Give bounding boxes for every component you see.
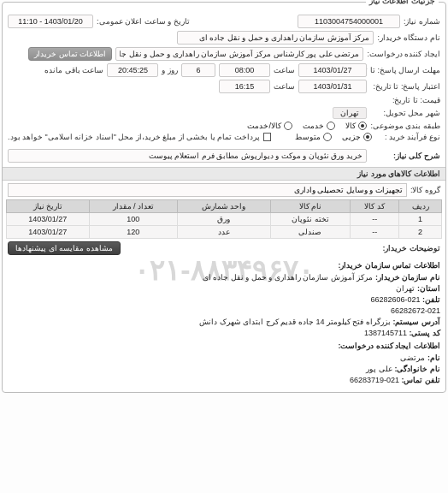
label-time-2: ساعت: [274, 82, 295, 91]
val-address: بزرگراه فتح کیلومتر 14 جاده قدیم کرج ابت…: [199, 318, 391, 326]
cell-date: 1403/01/27: [7, 226, 90, 239]
label-buy-type: نوع فرآیند خرید :: [375, 133, 440, 141]
field-deadline-time[interactable]: [219, 63, 270, 77]
radio-partial[interactable]: جزیی: [342, 133, 372, 141]
line-postal: کد پستی: 1387145711: [8, 328, 440, 339]
radio-goods[interactable]: کالا: [345, 122, 367, 130]
cell-code: --: [351, 226, 399, 239]
radio-medium-label: متوسط: [295, 133, 321, 141]
lbl-address: آدرس سیستم:: [393, 318, 441, 326]
row-city: شهر محل تحویل: تهران: [8, 107, 440, 119]
row-group: گروه کالا:: [3, 181, 445, 199]
field-general-desc[interactable]: [8, 149, 367, 163]
line-phone: تلفن: 021-66282606: [8, 294, 440, 306]
radio-partial-label: جزیی: [342, 133, 361, 141]
label-validity: اعتبار پاسخ: تا تاریخ:: [370, 82, 440, 91]
details-panel: جزئیات اطلاعات نیاز شماره نیاز: تاریخ و …: [2, 2, 446, 393]
cell-idx: 1: [399, 213, 442, 226]
contact-wrap: ۰۲۱-۸۸۳۴۹۶۷۰ اطلاعات تماس سازمان خریدار:…: [3, 258, 445, 392]
th-date: تاریخ نیاز: [7, 200, 90, 213]
line-province: استان: تهران: [8, 283, 440, 294]
row-price: قیمت: تا تاریخ:: [8, 96, 440, 104]
field-validity-time[interactable]: [219, 80, 270, 93]
lbl-req-name: نام:: [427, 353, 440, 362]
req-contact-header: اطلاعات ایجاد کننده درخواست:: [8, 341, 440, 352]
lbl-phone: تلفن:: [422, 295, 440, 304]
val-req-phone: 021-66283719: [350, 376, 399, 384]
label-general-desc: شرح کلی نیاز:: [370, 151, 440, 160]
label-buyer-org: نام دستگاه خریدار:: [377, 33, 440, 42]
val-province: تهران: [396, 284, 415, 293]
cell-name: صندلی: [270, 226, 351, 239]
val-postal: 1387145711: [364, 329, 407, 337]
lbl-req-family: نام خانوادگی:: [395, 365, 441, 373]
row-pack-type: طبقه بندی موضوعی: کالا خدمت کالا/خدمت: [8, 122, 440, 130]
val-req-family: علی پور: [366, 365, 392, 373]
items-table: ردیف کد کالا نام کالا واحد شمارش تعداد /…: [6, 199, 442, 239]
cell-date: 1403/01/27: [7, 213, 90, 226]
line-req-family: نام خانوادگی: علی پور: [8, 364, 440, 375]
line-org-name: نام سازمان خریدار: مرکز آموزش سازمان راه…: [8, 272, 440, 283]
radio-goods-service-label: کالا/خدمت: [247, 122, 281, 130]
field-days-remain[interactable]: [181, 63, 215, 77]
th-name: نام کالا: [270, 200, 351, 213]
cell-unit: ورق: [177, 213, 270, 226]
radio-on-icon: [358, 122, 367, 130]
row-buyer-desc: توضیحات خریدار: مشاهده مقایسه ای پیشنهاد…: [3, 239, 445, 258]
panel-title: جزئیات اطلاعات نیاز: [366, 0, 439, 5]
line-req-name: نام: مرتضی: [8, 353, 440, 364]
label-requester: ایجاد کننده درخواست:: [367, 50, 440, 58]
th-idx: ردیف: [399, 200, 442, 213]
radio-service[interactable]: خدمت: [303, 122, 335, 130]
label-city: شهر محل تحویل:: [370, 109, 440, 117]
table-wrap: ردیف کد کالا نام کالا واحد شمارش تعداد /…: [3, 199, 445, 239]
label-price: قیمت: تا تاریخ:: [370, 96, 440, 104]
table-row: 1 -- تخته نئوپان ورق 100 1403/01/27: [7, 213, 442, 226]
field-deadline-date[interactable]: [298, 63, 367, 77]
cell-qty: 100: [89, 213, 177, 226]
radio-on-icon-2: [363, 133, 372, 141]
contact-header: اطلاعات تماس سازمان خریدار:: [8, 260, 440, 271]
view-offers-button[interactable]: مشاهده مقایسه ای پیشنهادها: [8, 241, 121, 255]
val-req-name: مرتضی: [400, 353, 425, 362]
cell-code: --: [351, 213, 399, 226]
lbl-postal: کد پستی:: [410, 329, 441, 337]
row-buy-type: نوع فرآیند خرید : جزیی متوسط پرداخت تمام…: [8, 133, 440, 141]
radio-medium[interactable]: متوسط: [295, 133, 332, 141]
row-validity: اعتبار پاسخ: تا تاریخ: ساعت: [8, 80, 440, 93]
line-address: آدرس سیستم: بزرگراه فتح کیلومتر 14 جاده …: [8, 317, 440, 328]
label-announce-dt: تاریخ و ساعت اعلان عمومی:: [97, 17, 190, 26]
label-pack-type: طبقه بندی موضوعی:: [370, 122, 440, 130]
field-group[interactable]: [8, 183, 407, 197]
radio-goods-label: کالا: [345, 122, 356, 130]
row-req-no: شماره نیاز: تاریخ و ساعت اعلان عمومی:: [8, 15, 440, 28]
table-header-row: ردیف کد کالا نام کالا واحد شمارش تعداد /…: [7, 200, 442, 213]
label-buyer-desc: توضیحات خریدار:: [383, 244, 441, 252]
row-general-desc: شرح کلی نیاز:: [8, 149, 440, 163]
cell-idx: 2: [399, 226, 442, 239]
th-unit: واحد شمارش: [177, 200, 270, 213]
field-buyer-org[interactable]: [177, 31, 374, 45]
radio-goods-service[interactable]: کالا/خدمت: [247, 122, 292, 130]
field-requester[interactable]: [115, 47, 363, 61]
th-qty: تعداد / مقدار: [89, 200, 177, 213]
label-req-no: شماره نیاز:: [404, 17, 440, 26]
cell-qty: 120: [89, 226, 177, 239]
label-time-1: ساعت: [274, 66, 295, 74]
field-time-remain[interactable]: [107, 63, 158, 77]
section-items-header: اطلاعات کالاهای مورد نیاز: [3, 167, 445, 181]
line-req-phone: تلفن تماس: 021-66283719: [8, 375, 440, 386]
form-area: شماره نیاز: تاریخ و ساعت اعلان عمومی: نا…: [3, 11, 445, 167]
table-row: 2 -- صندلی عدد 120 1403/01/27: [7, 226, 442, 239]
val-org-name: مرکز آموزش سازمان راهداری و حمل و نقل جا…: [203, 273, 374, 282]
field-req-no[interactable]: [298, 15, 400, 28]
field-validity-date[interactable]: [298, 80, 367, 93]
label-day-and: روز و: [162, 66, 178, 74]
buyer-contact-button[interactable]: اطلاعات تماس خریدار: [28, 47, 112, 61]
cell-unit: عدد: [177, 226, 270, 239]
radio-off-icon: [327, 122, 335, 130]
line-phone2: 66282672-021: [8, 306, 440, 317]
checkbox-treasury[interactable]: [263, 133, 271, 141]
field-announce-dt[interactable]: [8, 15, 93, 28]
radio-off-icon-2: [284, 122, 292, 130]
